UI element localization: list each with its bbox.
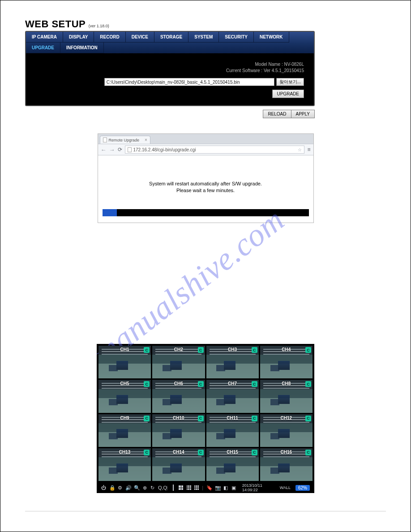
browser-tab-strip: Remote Upgrade × (98, 134, 313, 144)
lock-icon[interactable]: 🔒 (109, 485, 115, 491)
camera-tile[interactable]: CH11C (206, 414, 259, 447)
channel-label: CH12 (281, 416, 292, 420)
camera-tile[interactable]: CH1C (98, 346, 151, 378)
camera-tile[interactable]: CH14C (152, 448, 205, 481)
sequence-icon[interactable]: ↻ (150, 485, 155, 491)
menu-icon[interactable]: ≡ (307, 146, 310, 153)
back-icon[interactable]: ← (101, 146, 107, 153)
status-badge: C (144, 450, 150, 455)
status-badge: C (305, 347, 311, 353)
status-badge: C (305, 450, 311, 455)
device-info: Model Name : NV-0826L Current Software :… (26, 53, 314, 76)
status-badge: C (305, 381, 311, 387)
layout-1-icon[interactable] (171, 485, 176, 490)
gear-icon[interactable]: ⚙ (118, 485, 122, 491)
footer-buttons: RELOAD APPLY (25, 110, 315, 118)
url-text: 172.16.2.48/cgi-bin/upgrade.cgi (133, 147, 196, 152)
status-badge: C (144, 381, 150, 387)
status-badge: C (198, 347, 204, 353)
browse-button[interactable]: 찾아보기... (276, 78, 304, 86)
channel-label: CH4 (282, 347, 291, 352)
tab-system[interactable]: SYSTEM (188, 32, 219, 43)
live-view-panel: CH1C CH2C CH3C CH4C CH5C CH6C CH7C CH8C … (97, 344, 314, 493)
title-version: (ver 1.18.0) (89, 24, 109, 28)
web-setup-panel: WEB SETUP (ver 1.18.0) IP CAMERA DISPLAY… (25, 18, 315, 118)
status-badge: C (198, 416, 204, 421)
progress-bar (103, 209, 309, 216)
camera-tile[interactable]: CH2C (152, 346, 205, 378)
channel-label: CH16 (281, 450, 292, 455)
camera-tile[interactable]: CH3C (206, 346, 259, 378)
model-name: Model Name : NV-0826L (26, 61, 304, 68)
search-icon[interactable]: 🔍 (134, 485, 139, 491)
layout-9-icon[interactable] (187, 485, 191, 490)
camera-tile[interactable]: CH15C (206, 448, 259, 481)
upgrade-message-2: Please wait a few minutes. (98, 187, 313, 194)
status-badge: C (198, 450, 204, 455)
status-badge: C (305, 416, 311, 421)
apply-button[interactable]: APPLY (291, 110, 315, 118)
page-icon (128, 147, 132, 152)
main-tabs: IP CAMERA DISPLAY RECORD DEVICE STORAGE … (26, 32, 314, 53)
channel-label: CH8 (282, 381, 291, 386)
camera-tile[interactable]: CH5C (98, 380, 151, 412)
camera-tile[interactable]: CH9C (98, 414, 151, 447)
camera-tile[interactable]: CH10C (152, 414, 205, 447)
layout-16-icon[interactable] (194, 485, 199, 490)
tab-information[interactable]: INFORMATION (60, 43, 104, 53)
camera-tile[interactable]: CH6C (152, 380, 205, 412)
camera-tile[interactable]: CH7C (206, 380, 259, 412)
status-badge: C (252, 416, 257, 421)
page-title: WEB SETUP (ver 1.18.0) (25, 18, 315, 30)
progress-fill (103, 209, 117, 216)
bookmark-icon[interactable]: ☆ (298, 147, 302, 152)
tab-ip-camera[interactable]: IP CAMERA (26, 32, 63, 43)
wall-label: WALL (280, 485, 291, 490)
snapshot-icon[interactable]: 📷 (215, 485, 220, 491)
camera-tile[interactable]: CH13C (98, 448, 151, 481)
channel-label: CH15 (227, 450, 238, 455)
status-badge: C (252, 381, 257, 387)
address-bar[interactable]: 172.16.2.48/cgi-bin/upgrade.cgi ☆ (125, 146, 305, 154)
status-badge: C (144, 416, 150, 421)
timestamp: 2013/10/11 14:09:22 (242, 483, 274, 492)
camera-tile[interactable]: CH4C (260, 346, 313, 378)
qlq-label[interactable]: Q,Q (158, 485, 163, 490)
current-software: Current Software : Ver 4.5.1_20150415 (26, 68, 304, 74)
tab-security[interactable]: SECURITY (219, 32, 254, 43)
channel-label: CH11 (227, 416, 238, 420)
forward-icon[interactable]: → (109, 146, 115, 153)
audio-icon[interactable]: 🔊 (125, 485, 131, 491)
tab-record[interactable]: RECORD (94, 32, 125, 43)
page-divider (25, 511, 386, 511)
browser-tab[interactable]: Remote Upgrade × (100, 136, 150, 144)
firmware-path-input[interactable] (104, 78, 274, 86)
camera-tile[interactable]: CH8C (260, 380, 313, 412)
tab-storage[interactable]: STORAGE (154, 32, 188, 43)
channel-label: CH9 (120, 416, 129, 420)
reload-icon[interactable]: ⟳ (118, 146, 122, 153)
ptz-pad-icon[interactable]: ◧ (223, 485, 228, 491)
tab-device[interactable]: DEVICE (126, 32, 154, 43)
channel-label: CH1 (120, 347, 129, 352)
browser-tab-title: Remote Upgrade (109, 138, 140, 142)
camera-tile[interactable]: CH16C (260, 448, 313, 481)
tab-network[interactable]: NETWORK (254, 32, 289, 43)
channel-label: CH6 (174, 381, 183, 386)
tab-upgrade[interactable]: UPGRADE (26, 43, 60, 53)
bookmark-icon[interactable]: 🔖 (206, 485, 212, 491)
ptz-icon[interactable]: ⊕ (142, 485, 147, 491)
camera-tile[interactable]: CH12C (260, 414, 313, 447)
tab-display[interactable]: DISPLAY (63, 32, 94, 43)
title-text: WEB SETUP (25, 18, 86, 30)
channel-label: CH14 (173, 450, 184, 455)
close-tab-icon[interactable]: × (145, 137, 147, 142)
alarm-icon[interactable]: ▣ (231, 485, 235, 491)
setup-box: IP CAMERA DISPLAY RECORD DEVICE STORAGE … (25, 31, 315, 106)
camera-grid: CH1C CH2C CH3C CH4C CH5C CH6C CH7C CH8C … (98, 346, 313, 481)
reload-button[interactable]: RELOAD (263, 110, 291, 118)
power-icon[interactable]: ⏻ (101, 485, 106, 490)
upgrade-button[interactable]: UPGRADE (272, 90, 304, 98)
browser-window: Remote Upgrade × ← → ⟳ 172.16.2.48/cgi-b… (98, 133, 314, 223)
layout-4-icon[interactable] (179, 485, 183, 490)
